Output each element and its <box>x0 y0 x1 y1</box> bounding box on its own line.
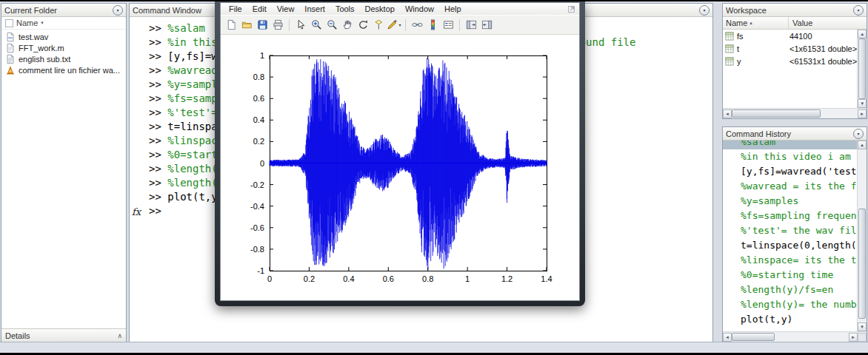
workspace-title: Workspace <box>726 6 853 15</box>
history-item[interactable]: %length(y)= the number of samples <box>741 297 857 312</box>
panel-actions-icon[interactable]: ▾ <box>853 129 864 139</box>
details-bar[interactable]: Details ∧ <box>1 328 126 342</box>
history-item[interactable]: %0=starting time <box>741 268 857 283</box>
history-vertical-scrollbar[interactable]: ▴ ▾ <box>857 141 867 331</box>
svg-text:0: 0 <box>260 159 264 168</box>
scroll-track[interactable] <box>732 109 858 118</box>
workspace-rows: fs44100t<1x61531 double>y<61531x1 double… <box>723 30 857 108</box>
brush-icon[interactable]: ▾ <box>387 18 401 32</box>
svg-text:-1: -1 <box>257 266 264 275</box>
workspace-row[interactable]: t<1x61531 double> <box>723 42 857 55</box>
print-figure-icon[interactable] <box>270 18 285 32</box>
history-item[interactable]: %salam <box>723 141 857 149</box>
workspace-row[interactable]: fs44100 <box>723 30 857 42</box>
menu-insert[interactable]: Insert <box>299 4 330 13</box>
scroll-track[interactable] <box>732 333 849 341</box>
rotate-3d-icon[interactable] <box>355 18 370 32</box>
file-item[interactable]: FFT_work.m <box>1 42 126 53</box>
history-item[interactable]: %'test'= the wav file name <box>741 223 857 238</box>
workspace-horizontal-scrollbar[interactable]: ◂ ▸ <box>723 108 867 118</box>
history-item[interactable]: %length(y)/fs=en <box>741 283 857 297</box>
zoom-in-icon[interactable] <box>309 18 324 32</box>
workspace-variable-name: fs <box>723 32 785 41</box>
pan-icon[interactable] <box>340 18 355 32</box>
save-figure-icon[interactable] <box>255 18 270 32</box>
scroll-up-icon[interactable]: ▴ <box>858 141 867 149</box>
command-history-title: Command History <box>726 129 853 138</box>
prompt: >> <box>149 22 167 34</box>
history-item[interactable]: %y=samples <box>741 194 857 209</box>
waveform-plot: 00.20.40.60.811.21.4-1-0.8-0.6-0.4-0.200… <box>221 35 579 300</box>
variable-name-text: t <box>737 44 739 53</box>
prompt: >> <box>149 92 167 104</box>
command-history-panel: Command History ▾ %salam%in this video i… <box>722 126 867 342</box>
menu-help[interactable]: Help <box>439 4 467 13</box>
history-item[interactable]: %in this video i am going to show you ho… <box>741 149 857 164</box>
new-figure-icon[interactable] <box>224 18 238 32</box>
menu-file[interactable]: File <box>224 4 247 13</box>
workspace-variable-value: <1x61531 double> <box>785 44 857 53</box>
history-item[interactable]: plot(t,y) <box>741 312 857 327</box>
toolbar-separator <box>405 19 406 31</box>
status-bar <box>0 342 868 353</box>
history-item[interactable]: %wavread = its the function to read the … <box>741 179 857 194</box>
open-file-icon[interactable] <box>239 18 254 32</box>
insert-colorbar-icon[interactable] <box>425 18 440 32</box>
history-item[interactable]: %fs=sampling frequency <box>741 209 857 223</box>
menu-edit[interactable]: Edit <box>247 4 272 13</box>
scroll-down-icon[interactable]: ▾ <box>858 99 867 108</box>
figure-window[interactable]: FileEditViewInsertToolsDesktopWindowHelp… <box>215 1 585 306</box>
scroll-thumb[interactable] <box>858 209 866 320</box>
svg-text:0.4: 0.4 <box>253 115 264 124</box>
history-item[interactable]: t=linspace(0,length(y)/fs,length(y)) <box>741 238 857 253</box>
workspace-name-column-header[interactable]: Name ▴ <box>723 17 789 29</box>
edit-plot-icon[interactable] <box>293 18 308 32</box>
history-horizontal-scrollbar[interactable]: ◂ ▸ <box>723 331 867 342</box>
scroll-thumb[interactable] <box>858 38 866 99</box>
panel-actions-icon[interactable]: ▾ <box>113 5 123 16</box>
toolbar-separator <box>289 19 290 31</box>
insert-legend-icon[interactable] <box>441 18 455 32</box>
panel-actions-icon[interactable]: ▾ <box>853 5 864 16</box>
workspace-vertical-scrollbar[interactable]: ▴ ▾ <box>857 30 867 108</box>
matlab-file-icon <box>5 43 16 53</box>
scroll-up-icon[interactable]: ▴ <box>858 30 867 38</box>
scroll-track[interactable] <box>858 38 866 99</box>
file-item[interactable]: english sub.txt <box>1 53 126 64</box>
data-cursor-icon[interactable] <box>371 18 386 32</box>
fx-icon[interactable]: fx <box>132 205 141 219</box>
workspace-row[interactable]: y<61531x1 double> <box>723 55 857 67</box>
hide-plot-tools-icon[interactable] <box>464 18 478 32</box>
show-plot-tools-icon[interactable] <box>479 18 494 32</box>
scroll-corner <box>858 333 867 342</box>
scroll-track[interactable] <box>858 149 866 322</box>
dock-figure-icon[interactable] <box>566 4 576 14</box>
command-text: %salam <box>167 22 205 34</box>
scroll-right-icon[interactable]: ▸ <box>849 333 858 342</box>
file-item[interactable]: test.wav <box>1 31 126 42</box>
workspace-value-column-header[interactable]: Value <box>789 17 867 29</box>
scroll-right-icon[interactable]: ▸ <box>858 109 867 118</box>
menu-tools[interactable]: Tools <box>330 4 360 13</box>
menu-window[interactable]: Window <box>400 4 439 13</box>
history-item[interactable]: [y,fs]=wavread('test') <box>741 164 857 179</box>
zoom-out-icon[interactable] <box>324 18 339 32</box>
scroll-thumb[interactable] <box>732 333 775 341</box>
scroll-thumb[interactable] <box>732 109 821 118</box>
variable-name-text: fs <box>737 32 744 41</box>
link-plot-icon[interactable] <box>410 18 424 32</box>
file-list-column-header[interactable]: Name ▾ <box>1 17 126 30</box>
menu-view[interactable]: View <box>272 4 300 13</box>
workspace-column-headers: Name ▴ Value <box>723 17 867 30</box>
scroll-left-icon[interactable]: ◂ <box>723 109 732 118</box>
scroll-left-icon[interactable]: ◂ <box>723 333 732 342</box>
scroll-down-icon[interactable]: ▾ <box>858 322 867 331</box>
panel-actions-icon[interactable]: ▾ <box>699 5 710 16</box>
history-item[interactable]: %linspace= its the time vector <box>741 253 857 268</box>
collapse-icon[interactable]: ∧ <box>117 332 122 339</box>
svg-text:-0.4: -0.4 <box>250 202 264 211</box>
svg-text:1: 1 <box>260 51 264 60</box>
menu-desktop[interactable]: Desktop <box>360 4 400 13</box>
prompt: >> <box>149 78 167 90</box>
file-item[interactable]: comment lire un fichier wa... <box>1 64 126 75</box>
